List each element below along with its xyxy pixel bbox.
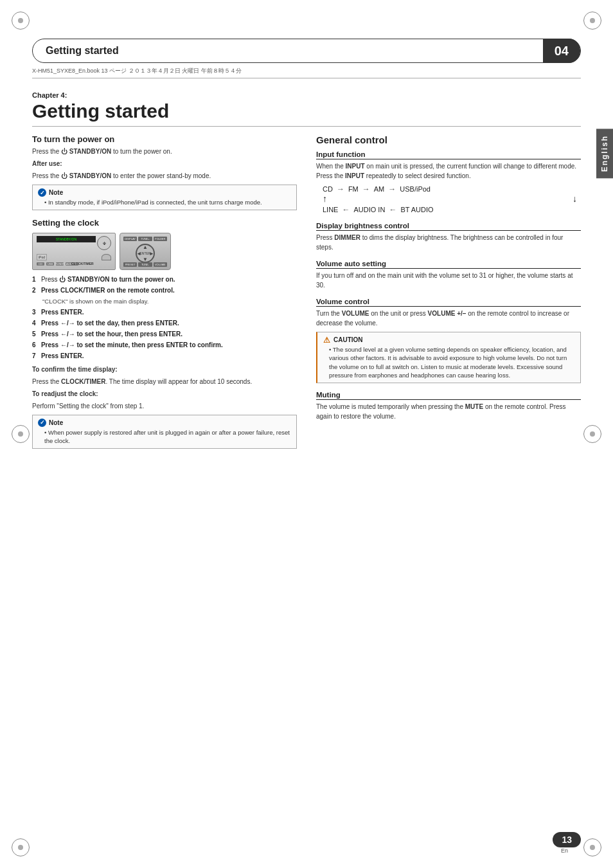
corner-decoration-ml — [12, 425, 30, 443]
note-bullet: • In standby mode, if iPod/iPhone/iPad i… — [38, 198, 291, 206]
step-1: 1 Press ⏻ STANDBY/ON to turn the power o… — [32, 275, 297, 284]
power-on-note: ✓ Note • In standby mode, if iPod/iPhone… — [32, 185, 297, 210]
step-3: 3 Press ENTER. — [32, 308, 297, 317]
page-number: 13 — [553, 832, 581, 847]
header-bar: Getting started 04 — [32, 39, 581, 63]
language-tab: English — [596, 129, 613, 178]
clock-note-title: ✓ Note — [38, 419, 291, 427]
chapter-badge: 04 — [543, 39, 580, 63]
after-use-label: After use: — [32, 159, 297, 168]
display-brightness-heading: Display brightness control — [316, 222, 581, 231]
power-on-heading: To turn the power on — [32, 134, 297, 144]
input-function-heading: Input function — [316, 150, 581, 159]
step-7: 7 Press ENTER. — [32, 352, 297, 361]
confirm-heading: To confirm the time display: — [32, 365, 297, 374]
corner-decoration-mr — [583, 425, 601, 443]
caution-bullet: • The sound level at a given volume sett… — [323, 345, 575, 379]
chapter-label: Chapter 4: — [32, 91, 581, 99]
chapter-title: Getting started — [32, 100, 581, 127]
volume-auto-body: If you turn off and on the main unit wit… — [316, 271, 581, 290]
corner-decoration-tr — [583, 12, 601, 30]
device-image: STANDBY/ON ⏻ CD USB TUNER AUDIO IN iPod … — [32, 233, 297, 270]
readjust-heading: To readjust the clock: — [32, 389, 297, 399]
flow-row2: LINE ← AUDIO IN ← BT AUDIO — [323, 205, 581, 214]
note-title: ✓ Note — [38, 188, 291, 197]
clock-note-bullet: • When power supply is restored after un… — [38, 428, 291, 446]
power-on-body1: Press the ⏻ STANDBY/ON to turn the power… — [32, 147, 297, 156]
clock-note: ✓ Note • When power supply is restored a… — [32, 415, 297, 449]
caution-box: ⚠ CAUTION • The sound level at a given v… — [316, 332, 581, 383]
flow-arrows: ↑ ↓ — [323, 194, 581, 204]
page-en: En — [561, 847, 568, 854]
display-brightness-body: Press DIMMER to dims the display brightn… — [316, 233, 581, 252]
volume-control-body: Turn the VOLUME on the unit or press VOL… — [316, 309, 581, 328]
header-title: Getting started — [46, 45, 119, 57]
power-on-body2: Press the ⏻ STANDBY/ON to enter the powe… — [32, 171, 297, 181]
clock-heading: Setting the clock — [32, 218, 297, 228]
muting-body: The volume is muted temporarily when pre… — [316, 402, 581, 421]
general-control-heading: General control — [316, 134, 581, 145]
input-flow-diagram: CD → FM → AM → USB/iPod ↑ ↓ LINE ← AUDIO… — [323, 185, 581, 214]
main-content: To turn the power on Press the ⏻ STANDBY… — [32, 134, 581, 453]
corner-decoration-br — [583, 838, 601, 856]
step-5: 5 Press ←/→ to set the hour, then press … — [32, 330, 297, 339]
right-column: General control Input function When the … — [316, 134, 581, 453]
caution-title: ⚠ CAUTION — [323, 336, 575, 344]
corner-decoration-bl — [12, 838, 30, 856]
step-2-sub: "CLOCK" is shown on the main display. — [32, 297, 297, 305]
main-unit-sketch: STANDBY/ON ⏻ CD USB TUNER AUDIO IN iPod … — [32, 233, 116, 270]
chapter-area: Chapter 4: Getting started — [32, 91, 581, 127]
input-function-body: When the INPUT on main unit is pressed, … — [316, 161, 581, 181]
step-2: 2 Press CLOCK/TIMER on the remote contro… — [32, 286, 297, 295]
readjust-body: Perform "Setting the clock" from step 1. — [32, 401, 297, 411]
corner-decoration-tl — [12, 12, 30, 30]
confirm-body: Press the CLOCK/TIMER. The time display … — [32, 377, 297, 386]
volume-control-heading: Volume control — [316, 298, 581, 307]
left-column: To turn the power on Press the ⏻ STANDBY… — [32, 134, 297, 453]
remote-unit-sketch: DISPLAY TUNE+ FOLDER ENTER ▲ ▼ ◄ ► PRESE… — [120, 233, 171, 270]
step-4: 4 Press ←/→ to set the day, then press E… — [32, 319, 297, 328]
muting-heading: Muting — [316, 391, 581, 400]
volume-auto-heading: Volume auto setting — [316, 260, 581, 269]
step-6: 6 Press ←/→ to set the minute, then pres… — [32, 341, 297, 350]
jp-metadata-line: X-HM51_SYXE8_En.book 13 ページ ２０１３年４月２日 火曜… — [32, 67, 581, 78]
caution-icon: ⚠ — [323, 336, 331, 344]
note-icon: ✓ — [38, 188, 46, 197]
flow-row1: CD → FM → AM → USB/iPod — [323, 185, 581, 194]
note-icon2: ✓ — [38, 419, 46, 427]
